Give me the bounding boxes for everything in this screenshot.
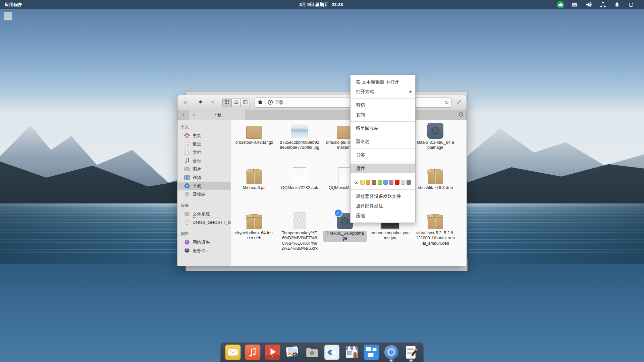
applications-menu[interactable]: 应用程序 — [0, 0, 27, 9]
back-button[interactable] — [196, 99, 204, 107]
file-manager-body: 个人主页最近文档音乐图片视频下载回收站设备文件系统DNGS_GHOST7_SP2… — [177, 120, 467, 266]
menu-item-复制[interactable]: 复制 — [351, 110, 415, 120]
file-item[interactable]: ⚙krita-3.3.3-x86_64.appimage — [414, 121, 457, 150]
sidebar-item-文件系统[interactable]: 文件系统 — [177, 210, 231, 218]
file-item[interactable]: d725ec2bb40b3eb928e56fbde7720f88.jpg — [278, 121, 321, 150]
dock-music-icon[interactable] — [245, 345, 261, 360]
color-swatch[interactable] — [395, 180, 399, 185]
files-grid[interactable]: crosstool-0.43.tar.gzd725ec2bb40b3eb928e… — [231, 120, 467, 266]
running-indicator-dot — [410, 360, 412, 361]
panel-date: 3月 9日 星期五 — [299, 2, 328, 7]
file-item[interactable]: QQMusic72282.apk — [278, 166, 321, 190]
volume-icon[interactable] — [585, 1, 592, 8]
sidebar-section-header: 个人 — [177, 123, 231, 131]
sidebar-item-最近[interactable]: 最近 — [177, 140, 231, 148]
sidebar-item-网络设备[interactable]: 网络设备 — [177, 238, 231, 246]
breadcrumb-home[interactable] — [258, 100, 263, 106]
sidebar-item-label: 服务器... — [193, 248, 209, 254]
grid-view-button[interactable] — [223, 99, 232, 107]
forward-arrow-icon — [210, 99, 216, 106]
window-close-button[interactable]: × — [181, 99, 189, 106]
maximize-icon — [457, 100, 462, 106]
sidebar-item-回收站[interactable]: 回收站 — [177, 190, 231, 198]
music-icon — [184, 158, 190, 164]
power-icon[interactable] — [627, 1, 635, 8]
recent-icon — [184, 141, 190, 147]
breadcrumb-label: 下载 — [275, 100, 283, 106]
dock-multitasking-icon[interactable] — [364, 345, 379, 360]
menu-item-剪切[interactable]: 剪切 — [351, 100, 415, 110]
notifications-icon[interactable] — [613, 1, 621, 8]
sidebar-item-主页[interactable]: 主页 — [177, 131, 231, 140]
tab-close-button[interactable]: × — [192, 112, 195, 118]
file-name-label: virtualbox-5.2_5.2.8-121009_Ubuntu_xenia… — [416, 231, 455, 246]
sidebar-item-音乐[interactable]: 音乐 — [177, 157, 231, 165]
file-item[interactable]: shashlik_0.9.3.deb — [414, 166, 457, 190]
sidebar-item-图片[interactable]: 图片 — [177, 165, 231, 173]
sidebar-item-服务器...[interactable]: 服务器... — [177, 246, 231, 255]
sidebar-item-label: 文档 — [193, 149, 201, 156]
tab-label: 下载 — [213, 112, 222, 118]
dock-photos-icon[interactable] — [285, 345, 300, 360]
column-view-button[interactable] — [241, 99, 250, 107]
color-swatch[interactable] — [383, 180, 388, 185]
cloud-sync-icon[interactable] — [557, 1, 564, 8]
color-swatch[interactable] — [407, 180, 411, 185]
sidebar-item-下载[interactable]: 下载 — [177, 182, 231, 190]
color-swatch[interactable] — [378, 180, 382, 185]
dock-files-icon[interactable] — [305, 345, 320, 360]
disc-icon — [184, 220, 190, 225]
file-item[interactable]: crosstool-0.43.tar.gz — [232, 121, 276, 145]
menu-item-通过蓝牙设备发送文件[interactable]: 通过蓝牙设备发送文件 — [351, 191, 415, 201]
menu-item-移至回收站[interactable]: 移至回收站 — [351, 123, 415, 133]
menu-item-通过邮件发送[interactable]: 通过邮件发送 — [351, 201, 415, 211]
menu-item-在 文本编辑器 中打开[interactable]: 在 文本编辑器 中打开 — [351, 77, 415, 87]
list-view-button[interactable] — [232, 99, 241, 107]
color-swatch[interactable] — [401, 180, 405, 185]
dock-mail-icon[interactable] — [225, 345, 241, 360]
color-swatch[interactable] — [366, 180, 370, 185]
clock[interactable]: 3月 9日 星期五23:38 — [299, 2, 343, 8]
sidebar-section-header: 网络 — [177, 229, 231, 238]
sidebar-item-文档[interactable]: 文档 — [177, 148, 231, 157]
menu-item-属性[interactable]: 属性 — [351, 164, 415, 173]
file-name-label: Minecraft.jar — [243, 185, 266, 190]
sidebar-item-视频[interactable]: 视频 — [177, 173, 231, 182]
dock-code-icon[interactable] — [404, 345, 419, 360]
menu-item-压缩[interactable]: 压缩 — [351, 211, 415, 221]
menu-separator — [351, 135, 415, 135]
file-name-label: crosstool-0.43.tar.gz — [235, 140, 273, 145]
panel-time: 23:38 — [332, 2, 343, 7]
dock-appcenter-icon[interactable] — [344, 345, 360, 360]
color-swatch[interactable] — [389, 180, 393, 185]
history-icon — [458, 112, 464, 118]
sidebar-item-label: 文件系统 — [193, 211, 210, 217]
clear-color-button[interactable]: × — [355, 180, 358, 185]
dock-chromium-icon[interactable] — [384, 345, 399, 360]
color-swatch[interactable] — [360, 180, 365, 185]
refresh-button[interactable]: ↻ — [444, 100, 449, 106]
menu-item-打开方式[interactable]: 打开方式▶ — [351, 87, 415, 97]
dock-videos-icon[interactable] — [265, 345, 280, 360]
downloads-icon — [184, 183, 190, 189]
file-item[interactable]: Tampermonkey%E6%B2%B9%E7%8C%B4%E6%8F%92%… — [278, 211, 321, 251]
tab-history-button[interactable] — [455, 110, 467, 120]
file-name-label: krita-3.3.3-x86_64.appimage — [416, 140, 455, 150]
breadcrumb-downloads[interactable]: 下载 — [268, 100, 283, 106]
menu-item-重命名[interactable]: 重命名 — [351, 137, 415, 146]
new-tab-button[interactable]: + — [177, 110, 189, 120]
sidebar-item-DNGS_GHOST7_SP2[interactable]: DNGS_GHOST7_SP2 — [177, 218, 231, 227]
maximize-button[interactable] — [455, 99, 463, 106]
file-item[interactable]: Minecraft.jar — [232, 166, 276, 190]
menu-item-书签[interactable]: 书签 — [351, 150, 415, 160]
color-swatch[interactable] — [372, 180, 376, 185]
forward-button[interactable] — [209, 99, 217, 107]
dock-settings-icon[interactable] — [324, 345, 340, 360]
keyboard-icon[interactable] — [571, 1, 578, 8]
submenu-arrow-icon: ▶ — [410, 87, 412, 97]
desktop-file-icon[interactable] — [4, 12, 12, 20]
tab-downloads[interactable]: × 下载 — [189, 110, 246, 120]
file-item[interactable]: virtualbox-5.2_5.2.8-121009_Ubuntu_xenia… — [414, 211, 457, 246]
file-item[interactable]: skypeforlinux-64-insider.deb — [232, 211, 276, 241]
network-icon[interactable] — [599, 1, 606, 8]
